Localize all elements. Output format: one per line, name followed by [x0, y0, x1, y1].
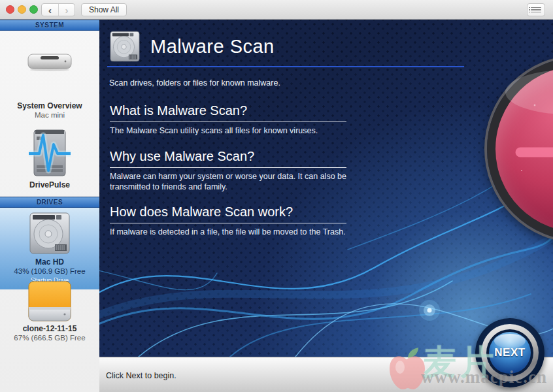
section-body-what: The Malware Scan utility scans all files… — [110, 125, 360, 136]
sidebar-item-clone[interactable]: clone-12-11-15 — [0, 324, 99, 333]
titlebar: ‹ › Show All — [0, 0, 553, 20]
mac-mini-icon[interactable] — [0, 52, 99, 72]
app-window: ‹ › Show All SYSTEM System Overview Mac … — [0, 0, 553, 392]
section-heading-why: Why use Malware Scan? — [110, 149, 254, 164]
malware-scan-drive-icon — [109, 30, 141, 63]
list-view-icon — [531, 7, 541, 8]
show-all-label: Show All — [89, 5, 119, 14]
intro-text: Scan drives, folders or files for known … — [109, 78, 280, 88]
system-overview-subtitle: Mac mini — [0, 111, 99, 119]
minimize-icon[interactable] — [18, 5, 26, 14]
show-all-button[interactable]: Show All — [81, 3, 127, 16]
section-heading-how: How does Malware Scan work? — [110, 204, 293, 220]
list-view-button[interactable] — [527, 3, 545, 16]
next-button-label: NEXT — [494, 346, 525, 359]
section-divider — [110, 167, 346, 168]
clone-free: 67% (666.5 GB) Free — [0, 334, 99, 342]
mac-hd-icon — [0, 212, 99, 255]
title-divider — [107, 66, 464, 67]
mac-hd-title: Mac HD — [0, 257, 99, 267]
next-button-ring: NEXT — [481, 324, 539, 382]
section-divider — [110, 223, 346, 223]
sidebar-item-system-overview[interactable]: System Overview — [0, 101, 99, 110]
close-icon[interactable] — [6, 5, 14, 14]
status-hint: Click Next to begin. — [106, 371, 176, 380]
page-header: Malware Scan — [109, 30, 275, 63]
main-content: Malware Scan Scan drives, folders or fil… — [99, 20, 553, 357]
drivepulse-icon[interactable] — [0, 127, 99, 178]
section-body-why: Malware can harm your system or worse yo… — [110, 171, 360, 192]
next-button[interactable]: NEXT — [475, 318, 545, 387]
sidebar-item-drivepulse[interactable]: DrivePulse — [0, 180, 99, 189]
section-heading-what: What is Malware Scan? — [110, 103, 247, 118]
sidebar: SYSTEM System Overview Mac mini — [0, 20, 99, 392]
forward-button[interactable]: › — [58, 4, 75, 16]
sidebar-header-system: SYSTEM — [0, 20, 99, 31]
back-button[interactable]: ‹ — [42, 4, 58, 16]
sidebar-header-drives: DRIVES — [0, 197, 99, 208]
page-title: Malware Scan — [150, 36, 275, 57]
red-scan-lens-icon — [487, 57, 553, 240]
section-body-how: If malware is detected in a file, the fi… — [110, 227, 360, 237]
clone-drive-icon[interactable] — [0, 280, 99, 323]
zoom-icon[interactable] — [29, 5, 38, 14]
nav-history-control: ‹ › — [41, 3, 75, 16]
mac-hd-free: 43% (106.9 GB) Free — [0, 267, 99, 275]
sidebar-item-mac-hd[interactable]: Mac HD 43% (106.9 GB) Free Startup Drive — [0, 208, 99, 289]
section-divider — [110, 122, 346, 122]
forward-icon: › — [65, 5, 69, 16]
back-icon: ‹ — [48, 5, 52, 16]
